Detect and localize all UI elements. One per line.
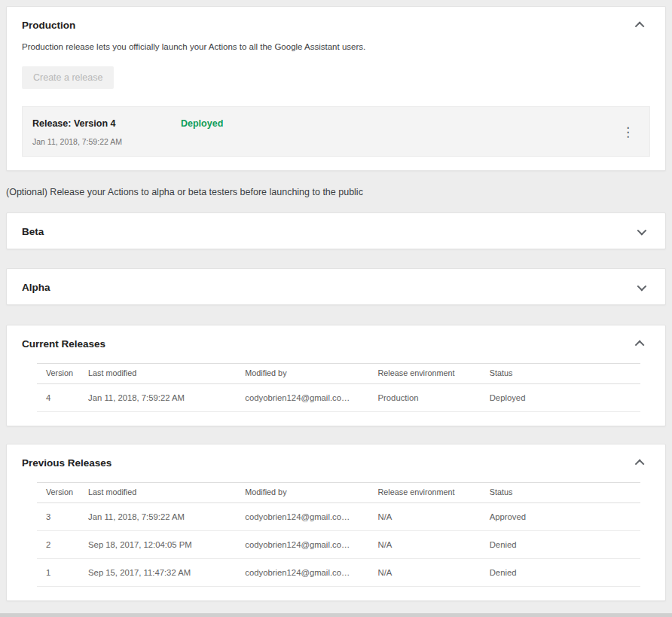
table-cell: Sep 18, 2017, 12:04:05 PM [79, 531, 236, 559]
table-cell: codyobrien124@gmail.co… [236, 559, 368, 587]
table-cell: Denied [481, 531, 640, 559]
table-cell: Deployed [481, 384, 640, 412]
column-header: Last modified [79, 483, 236, 503]
table-row: 3Jan 11, 2018, 7:59:22 AMcodyobrien124@g… [37, 503, 640, 531]
production-panel: Production Production release lets you o… [6, 6, 666, 171]
page-bottom-edge [0, 613, 672, 617]
chevron-down-icon[interactable] [637, 226, 647, 236]
column-header: Last modified [79, 364, 236, 384]
current-releases-header[interactable]: Current Releases [7, 325, 665, 361]
table-row: 2Sep 18, 2017, 12:04:05 PMcodyobrien124@… [37, 531, 640, 559]
column-header: Version [37, 483, 79, 503]
chevron-down-icon[interactable] [637, 282, 647, 292]
table-cell: codyobrien124@gmail.co… [236, 503, 368, 531]
table-cell: Jan 11, 2018, 7:59:22 AM [79, 384, 236, 412]
table-header-row: VersionLast modifiedModified byRelease e… [37, 483, 640, 503]
release-card: Release: Version 4 Deployed Jan 11, 2018… [22, 106, 650, 157]
beta-panel-title: Beta [22, 226, 44, 237]
releases-page: Production Production release lets you o… [0, 0, 672, 607]
current-releases-table: VersionLast modifiedModified byRelease e… [37, 363, 640, 412]
column-header: Release environment [369, 364, 481, 384]
table-cell: 4 [37, 384, 79, 412]
table-header-row: VersionLast modifiedModified byRelease e… [37, 364, 640, 384]
table-cell: 2 [37, 531, 79, 559]
column-header: Release environment [369, 483, 481, 503]
table-cell: N/A [369, 559, 481, 587]
kebab-menu-icon[interactable]: ⋮ [619, 126, 637, 139]
chevron-up-icon[interactable] [635, 22, 645, 32]
release-status-badge: Deployed [181, 118, 223, 129]
table-row: 1Sep 15, 2017, 11:47:32 AMcodyobrien124@… [37, 559, 640, 587]
table-cell: codyobrien124@gmail.co… [236, 531, 368, 559]
release-timestamp: Jan 11, 2018, 7:59:22 AM [32, 137, 619, 146]
beta-panel: Beta [6, 212, 666, 249]
chevron-up-icon[interactable] [635, 341, 645, 350]
previous-releases-table: VersionLast modifiedModified byRelease e… [37, 482, 640, 587]
table-cell: codyobrien124@gmail.co… [236, 384, 368, 412]
table-cell: 3 [37, 503, 79, 531]
release-title: Release: Version 4 [32, 118, 181, 129]
chevron-up-icon[interactable] [635, 460, 645, 469]
release-headline: Release: Version 4 Deployed [32, 118, 619, 129]
table-row: 4Jan 11, 2018, 7:59:22 AMcodyobrien124@g… [37, 384, 640, 412]
table-cell: Production [369, 384, 481, 412]
current-releases-title: Current Releases [22, 338, 105, 350]
create-release-button[interactable]: Create a release [22, 66, 114, 89]
table-cell: N/A [369, 531, 481, 559]
beta-panel-header[interactable]: Beta [7, 213, 665, 249]
production-panel-header[interactable]: Production [7, 7, 665, 42]
previous-releases-panel: Previous Releases VersionLast modifiedMo… [6, 444, 666, 601]
table-cell: Approved [481, 503, 640, 531]
previous-releases-title: Previous Releases [22, 457, 111, 469]
column-header: Modified by [236, 483, 368, 503]
table-cell: Denied [481, 559, 640, 587]
table-cell: N/A [369, 503, 481, 531]
column-header: Status [481, 483, 640, 503]
current-releases-panel: Current Releases VersionLast modifiedMod… [6, 325, 666, 426]
production-panel-title: Production [22, 20, 75, 31]
alpha-panel-header[interactable]: Alpha [7, 269, 665, 304]
release-info: Release: Version 4 Deployed Jan 11, 2018… [32, 118, 619, 146]
alpha-panel: Alpha [6, 268, 666, 305]
column-header: Status [481, 364, 640, 384]
previous-releases-header[interactable]: Previous Releases [7, 444, 665, 480]
table-cell: Sep 15, 2017, 11:47:32 AM [79, 559, 236, 587]
production-description: Production release lets you officially l… [7, 42, 665, 51]
optional-note: (Optional) Release your Actions to alpha… [6, 187, 666, 197]
table-cell: Jan 11, 2018, 7:59:22 AM [79, 503, 236, 531]
table-cell: 1 [37, 559, 79, 587]
alpha-panel-title: Alpha [22, 282, 50, 293]
column-header: Version [37, 364, 79, 384]
column-header: Modified by [236, 364, 368, 384]
